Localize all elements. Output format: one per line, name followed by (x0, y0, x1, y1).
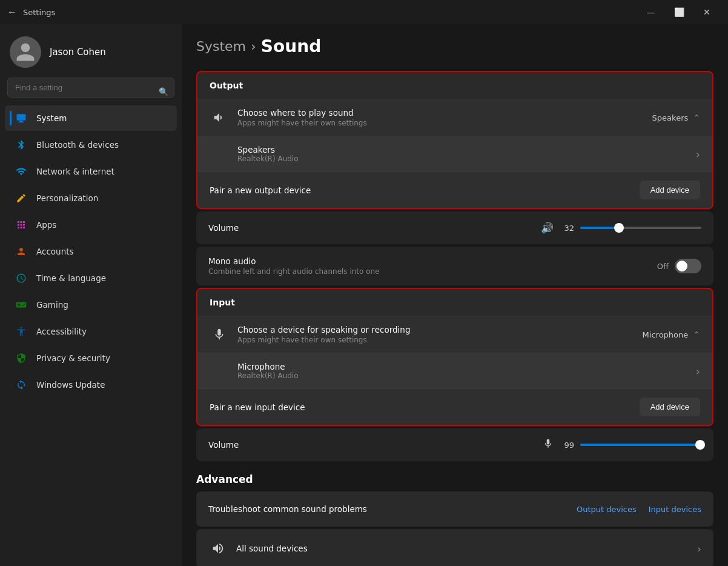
sidebar-item-accessibility[interactable]: Accessibility (5, 319, 177, 344)
all-sound-label: All sound devices (236, 544, 697, 553)
network-icon (15, 165, 28, 178)
volume-output-thumb[interactable] (614, 223, 624, 233)
pair-input-label: Pair a new input device (210, 402, 640, 412)
privacy-icon (15, 351, 28, 365)
avatar (10, 36, 41, 68)
speakers-row[interactable]: Speakers Realtek(R) Audio (197, 136, 712, 171)
speakers-title: Speakers (237, 145, 696, 155)
main-layout: Jason Cohen 🔍 System Bl (0, 24, 728, 566)
back-button[interactable]: ← (7, 7, 17, 18)
sidebar-item-personalization[interactable]: Personalization (5, 185, 177, 211)
titlebar-controls: — ⬜ ✕ (637, 0, 721, 24)
mono-toggle[interactable] (675, 259, 701, 273)
choose-output-value: Speakers (652, 113, 700, 122)
output-devices-link[interactable]: Output devices (577, 505, 637, 514)
volume-output-icon: 🔊 (541, 222, 554, 234)
all-sound-row[interactable]: All sound devices (196, 529, 713, 566)
sidebar: Jason Cohen 🔍 System Bl (0, 24, 182, 566)
sidebar-item-accounts[interactable]: Accounts (5, 239, 177, 264)
sidebar-item-bluetooth[interactable]: Bluetooth & devices (5, 132, 177, 158)
sidebar-item-update[interactable]: Windows Update (5, 372, 177, 398)
volume-output-label: Volume (208, 223, 541, 233)
speakers-subtitle: Realtek(R) Audio (237, 155, 696, 163)
user-profile[interactable]: Jason Cohen (0, 24, 182, 78)
advanced-header: Advanced (196, 473, 713, 485)
sidebar-item-label-network: Network & internet (36, 167, 114, 176)
input-section: Input Choose a device for speaking or re… (196, 288, 713, 426)
gaming-icon (15, 298, 28, 311)
sidebar-item-label-accounts: Accounts (36, 247, 74, 256)
choose-input-subtitle: Apps might have their own settings (237, 336, 643, 344)
volume-input-row: Volume 99 (196, 428, 713, 461)
volume-output-slider[interactable] (580, 227, 701, 229)
breadcrumb: System › Sound (196, 36, 713, 56)
titlebar-title: Settings (23, 8, 631, 17)
sidebar-item-system[interactable]: System (5, 105, 177, 131)
mono-text: Mono audio Combine left and right audio … (208, 256, 657, 276)
choose-output-val-text: Speakers (652, 113, 689, 122)
microphone-title: Microphone (237, 362, 696, 371)
microphone-text: Microphone Realtek(R) Audio (237, 362, 696, 380)
expand-input-icon (693, 330, 700, 339)
speakers-chevron (696, 148, 700, 161)
pair-input-row: Pair a new input device Add device (197, 388, 712, 425)
output-section: Output Choose where to play sound Apps m… (196, 71, 713, 209)
choose-input-row[interactable]: Choose a device for speaking or recordin… (197, 316, 712, 353)
personalization-icon (15, 191, 28, 205)
volume-input-label: Volume (208, 440, 543, 450)
speaker-icon (210, 108, 229, 127)
microphone-subtitle: Realtek(R) Audio (237, 371, 696, 380)
all-sound-icon (208, 539, 228, 558)
svg-rect-2 (19, 122, 24, 122)
volume-input-thumb[interactable] (695, 440, 705, 450)
choose-output-title: Choose where to play sound (237, 108, 652, 118)
search-icon: 🔍 (159, 87, 168, 96)
pair-output-label: Pair a new output device (210, 185, 640, 195)
microphone-chevron (696, 365, 700, 378)
sidebar-item-label-system: System (36, 113, 67, 123)
volume-input-controls: 99 (543, 438, 701, 451)
add-output-device-button[interactable]: Add device (640, 181, 700, 199)
sidebar-item-time[interactable]: Time & language (5, 265, 177, 291)
system-icon (15, 112, 28, 125)
sidebar-item-apps[interactable]: Apps (5, 212, 177, 238)
microphone-row[interactable]: Microphone Realtek(R) Audio (197, 353, 712, 388)
accounts-icon (15, 245, 28, 258)
mono-title: Mono audio (208, 256, 657, 266)
volume-input-value: 99 (560, 441, 574, 450)
choose-output-subtitle: Apps might have their own settings (237, 119, 652, 127)
titlebar: ← Settings — ⬜ ✕ (0, 0, 728, 24)
volume-output-row: Volume 🔊 32 (196, 211, 713, 244)
apps-icon (15, 218, 28, 231)
update-icon (15, 378, 28, 391)
add-input-device-button[interactable]: Add device (640, 398, 700, 416)
choose-input-value: Microphone (643, 330, 700, 339)
sidebar-item-network[interactable]: Network & internet (5, 159, 177, 184)
troubleshoot-row: Troubleshoot common sound problems Outpu… (196, 491, 713, 527)
volume-output-fill (580, 227, 619, 229)
volume-output-controls: 🔊 32 (541, 222, 701, 234)
sidebar-item-label-personalization: Personalization (36, 193, 98, 203)
sidebar-item-gaming[interactable]: Gaming (5, 292, 177, 318)
breadcrumb-system[interactable]: System (196, 39, 246, 54)
sidebar-item-label-accessibility: Accessibility (36, 327, 87, 336)
sidebar-item-label-gaming: Gaming (36, 300, 68, 310)
svg-rect-1 (19, 121, 23, 122)
maximize-button[interactable]: ⬜ (665, 0, 693, 24)
close-button[interactable]: ✕ (693, 0, 721, 24)
breadcrumb-current: Sound (261, 36, 321, 56)
minimize-button[interactable]: — (637, 0, 665, 24)
output-header: Output (197, 72, 712, 99)
mono-audio-row: Mono audio Combine left and right audio … (196, 247, 713, 285)
speakers-text: Speakers Realtek(R) Audio (237, 145, 696, 163)
mono-right: Off (657, 259, 701, 273)
input-devices-link[interactable]: Input devices (649, 505, 701, 514)
breadcrumb-separator: › (251, 39, 256, 54)
choose-output-row[interactable]: Choose where to play sound Apps might ha… (197, 99, 712, 136)
content-area: System › Sound Output Choose where to pl… (182, 24, 728, 566)
search-input[interactable] (7, 78, 174, 98)
search-container: 🔍 (0, 78, 182, 105)
sidebar-item-privacy[interactable]: Privacy & security (5, 345, 177, 371)
accessibility-icon (15, 325, 28, 338)
volume-input-slider[interactable] (580, 444, 701, 446)
